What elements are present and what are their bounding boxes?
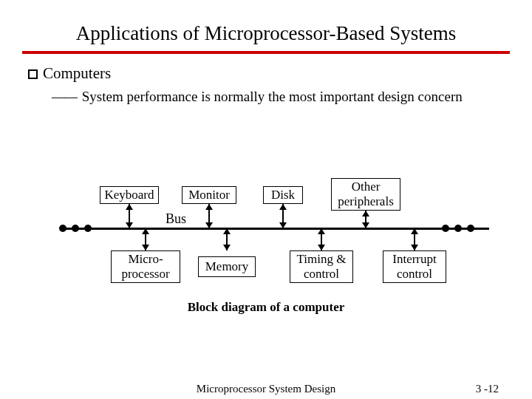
box-disk: Disk <box>263 186 303 204</box>
box-keyboard: Keyboard <box>100 186 159 204</box>
bullet-level2: —— System performance is normally the mo… <box>52 89 504 105</box>
arrow-memory <box>223 228 231 250</box>
continuation-dots-left <box>59 225 92 233</box>
arrow-keyboard <box>126 204 133 228</box>
bus-label: Bus <box>166 211 186 227</box>
diagram-caption: Block diagram of a computer <box>0 300 532 315</box>
box-microprocessor: Micro- processor <box>111 250 180 283</box>
footer-center: Microprocessor System Design <box>0 383 532 395</box>
box-memory: Memory <box>198 256 256 277</box>
arrow-disk <box>279 204 287 228</box>
bullet1-text: Computers <box>43 64 111 82</box>
slide-title: Applications of Microprocessor-Based Sys… <box>0 0 532 45</box>
box-timing-control: Timing & control <box>290 250 353 283</box>
block-diagram: Keyboard Monitor Disk Other peripherals … <box>0 163 532 340</box>
arrow-monitor <box>205 204 213 228</box>
square-bullet-icon <box>28 69 38 79</box>
arrow-other <box>362 211 369 228</box>
bus-line <box>64 228 489 230</box>
arrow-timing <box>318 228 325 250</box>
box-other-peripherals: Other peripherals <box>331 178 400 211</box>
bullet2-text: System performance is normally the most … <box>82 89 463 104</box>
arrow-interrupt <box>411 228 418 250</box>
box-monitor: Monitor <box>182 186 236 204</box>
box-interrupt-control: Interrupt control <box>383 250 446 283</box>
footer-page-number: 3 -12 <box>476 383 499 395</box>
dash-bullet-icon: —— <box>52 89 75 104</box>
continuation-dots-right <box>442 225 474 233</box>
bullet-level1: Computers <box>28 64 504 83</box>
arrow-micro <box>142 228 149 250</box>
